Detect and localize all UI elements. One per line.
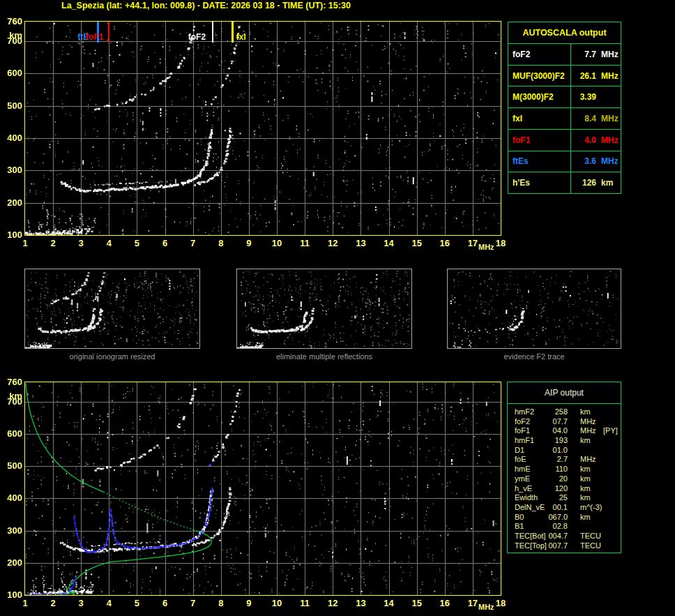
aip-param-value: 01.0 <box>540 446 568 454</box>
x-tick-15mhz: 15 <box>409 599 425 608</box>
aip-row-fof1: foF104.0MHz[PY] <box>508 426 621 436</box>
bottom-ionogram-canvas <box>24 382 501 596</box>
aip-param-label: ymE <box>515 474 530 483</box>
aip-row-ewidth: Ewidth25km <box>508 493 621 503</box>
autoscala-row-fof1: foF14.0MHz <box>508 130 621 151</box>
autoscala-param-label: M(3000)F2 <box>508 87 571 107</box>
thumbnail-original-canvas <box>25 269 199 348</box>
autoscala-row-fxi: fxI8.4MHz <box>508 108 621 130</box>
aip-param-label: D1 <box>515 446 524 454</box>
y-tick-400km: 400 <box>1 493 22 503</box>
aip-param-unit: km <box>580 484 591 493</box>
y-axis-unit: km <box>1 31 22 40</box>
y-tick-400km: 400 <box>1 133 22 143</box>
x-tick-11mhz: 11 <box>297 239 312 248</box>
autoscala-param-unit: MHz <box>601 135 621 145</box>
autoscala-param-unit: MHz <box>601 156 621 166</box>
y-tick-500km: 500 <box>1 101 22 111</box>
aip-param-value: 02.8 <box>540 522 568 530</box>
x-tick-10mhz: 10 <box>269 599 285 608</box>
marker-label-fxi: fxI <box>236 33 246 42</box>
aip-param-value: 007.7 <box>540 541 568 550</box>
aip-param-value: 07.7 <box>540 417 568 426</box>
autoscala-param-unit: MHz <box>601 50 621 59</box>
aip-param-value: 2.7 <box>540 455 568 463</box>
y-tick-760km: 760 <box>1 17 22 27</box>
aip-row-hmf2: hmF2258km <box>508 407 621 417</box>
x-tick-10mhz: 10 <box>269 239 285 248</box>
aip-output-header: AIP output <box>508 382 621 404</box>
thumbnail-evidence-f2 <box>447 269 621 349</box>
x-tick-18mhz: 18 <box>493 239 508 248</box>
aip-row-fof2: foF207.7MHz <box>508 417 621 427</box>
aip-row-tecbot: TEC[Bot]004.7TECU <box>508 532 621 541</box>
x-axis-unit: MHz <box>478 603 494 611</box>
autoscala-row-m3000f2: M(3000)F23.39 <box>508 87 621 108</box>
x-tick-12mhz: 12 <box>325 599 340 608</box>
aip-param-unit: km <box>580 513 591 521</box>
aip-param-label: hmE <box>515 465 531 473</box>
x-tick-2mhz: 2 <box>45 599 61 608</box>
aip-row-hmf1: hmF1193km <box>508 436 621 446</box>
x-tick-5mhz: 5 <box>129 239 144 248</box>
autoscala-param-value: 126 <box>571 178 596 188</box>
top-ionogram-plot <box>24 21 501 236</box>
autoscala-param-unit: km <box>601 178 621 188</box>
autoscala-param-unit: MHz <box>601 114 621 123</box>
station-title: La_Spezia (lat: +44.1, lon: 009.8) - DAT… <box>61 1 351 10</box>
aip-param-unit: km <box>580 407 591 416</box>
aip-param-value: 120 <box>540 484 568 493</box>
aip-param-value: 258 <box>540 407 568 416</box>
aip-param-unit: km <box>580 465 591 473</box>
thumbnail-eliminate-reflections <box>236 269 412 349</box>
aip-row-yme: ymE20km <box>508 474 621 484</box>
marker-label-fof2: foF2 <box>188 33 206 42</box>
autoscala-param-value: 3.6 <box>571 156 596 166</box>
aip-param-value: 110 <box>540 465 568 473</box>
aip-param-unit: MHz <box>580 455 596 463</box>
autoscala-param-label: fxI <box>508 108 571 129</box>
autoscala-row-fof2: foF27.7MHz <box>508 44 621 66</box>
aip-param-unit: km <box>580 493 591 502</box>
x-tick-8mhz: 8 <box>213 239 229 248</box>
x-tick-3mhz: 3 <box>73 599 89 608</box>
x-tick-16mhz: 16 <box>437 599 453 608</box>
x-tick-1mhz: 1 <box>17 599 33 608</box>
thumbnail-original-ionogram <box>24 269 200 349</box>
aip-param-unit: m^(-3) <box>580 503 602 511</box>
y-tick-600km: 600 <box>1 68 22 78</box>
aip-row-d1: D101.0 <box>508 446 621 456</box>
autoscala-param-label: MUF(3000)F2 <box>508 66 571 87</box>
x-tick-9mhz: 9 <box>241 599 257 608</box>
y-axis-unit: km <box>1 391 22 401</box>
autoscala-row-hes: h'Es126km <box>508 172 621 193</box>
aip-param-unit: TECU <box>580 541 601 550</box>
x-tick-7mhz: 7 <box>185 599 201 608</box>
autoscala-param-value: 8.4 <box>571 114 596 123</box>
x-tick-4mhz: 4 <box>101 599 116 608</box>
aip-param-label: foF2 <box>515 417 530 426</box>
autoscala-param-unit: MHz <box>601 71 621 81</box>
y-tick-300km: 300 <box>1 165 22 175</box>
autoscala-param-value: 26.1 <box>571 71 596 81</box>
x-tick-16mhz: 16 <box>437 239 453 248</box>
x-tick-18mhz: 18 <box>493 599 508 608</box>
autoscala-row-ftes: ftEs3.6MHz <box>508 151 621 173</box>
x-tick-6mhz: 6 <box>158 599 173 608</box>
autoscala-param-value: 4.0 <box>571 135 596 145</box>
caption-original-ionogram: original ionogram resized <box>24 352 200 361</box>
caption-evidence-f2: evidence F2 trace <box>447 352 621 361</box>
aip-param-unit: TECU <box>580 532 601 540</box>
autoscala-param-label: foF2 <box>508 44 571 65</box>
x-tick-5mhz: 5 <box>129 599 144 608</box>
aip-param-label: h_vE <box>515 484 532 493</box>
x-tick-7mhz: 7 <box>185 239 201 248</box>
y-tick-600km: 600 <box>1 429 22 439</box>
aip-output-rows: hmF2258kmfoF207.7MHzfoF104.0MHz[PY]hmF11… <box>508 407 621 550</box>
aip-row-b0: B0067.0km <box>508 513 621 523</box>
x-tick-6mhz: 6 <box>158 239 173 248</box>
caption-eliminate-reflections: eliminate multiple reflections <box>236 352 412 361</box>
autoscala-output-header: AUTOSCALA output <box>508 22 621 44</box>
aip-output-panel: AIP output hmF2258kmfoF207.7MHzfoF104.0M… <box>507 382 621 553</box>
aip-row-hme: hmE110km <box>508 465 621 474</box>
